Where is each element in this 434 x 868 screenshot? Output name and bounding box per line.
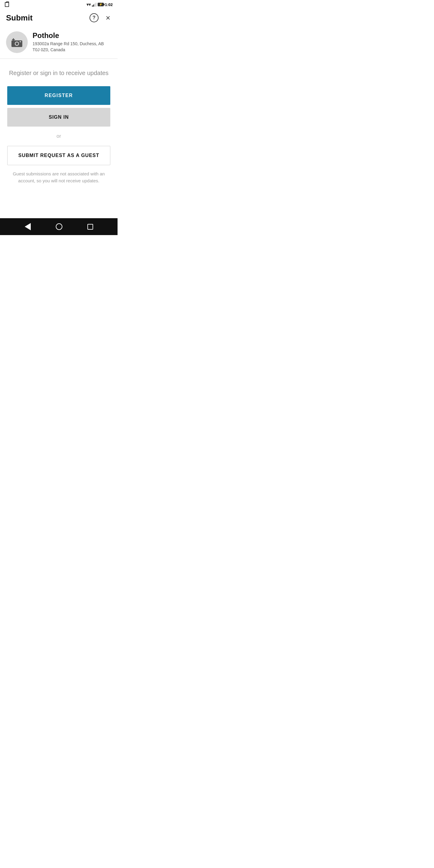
status-left [5,2,9,7]
wifi-icon: ▾▾ [87,2,91,7]
status-time: 1:02 [105,2,113,7]
status-bar: ▾▾ ⚡ 1:02 [0,0,118,8]
svg-point-4 [16,42,19,45]
app-header: Submit ? × [0,8,118,27]
bottom-nav-bar [0,218,118,235]
item-address: 193002a Range Rd 150, Duchess, AB T0J 0Z… [33,41,112,53]
svg-rect-5 [20,41,21,42]
guest-submit-button[interactable]: SUBMIT REQUEST AS A GUEST [7,146,110,165]
signal-icon [92,2,96,7]
svg-rect-1 [12,39,15,40]
item-info-row: Pothole 193002a Range Rd 150, Duchess, A… [0,27,118,59]
back-nav-button[interactable] [22,221,33,233]
register-prompt: Register or sign in to receive updates [9,70,108,76]
register-button[interactable]: REGISTER [7,86,110,105]
item-title: Pothole [33,31,112,40]
spacer [0,191,118,218]
main-content: Register or sign in to receive updates R… [0,59,118,191]
item-avatar [6,31,28,53]
battery-icon: ⚡ [98,3,104,6]
sign-in-button[interactable]: SIGN IN [7,108,110,127]
page-title: Submit [6,13,33,23]
guest-note: Guest submissions are not associated wit… [7,170,110,184]
home-nav-icon [56,223,62,230]
close-button[interactable]: × [104,13,112,23]
recents-nav-icon [87,224,93,230]
help-button[interactable]: ? [88,12,100,24]
or-divider: or [56,133,61,139]
home-nav-button[interactable] [53,221,65,232]
help-circle-icon: ? [90,13,98,22]
status-right: ▾▾ ⚡ 1:02 [87,2,113,7]
notification-icon [5,2,9,7]
camera-plus-icon [11,37,23,47]
close-icon: × [106,14,110,22]
back-nav-icon [25,223,31,230]
header-actions: ? × [88,12,112,24]
item-text: Pothole 193002a Range Rd 150, Duchess, A… [33,31,112,53]
recents-nav-button[interactable] [85,221,96,232]
